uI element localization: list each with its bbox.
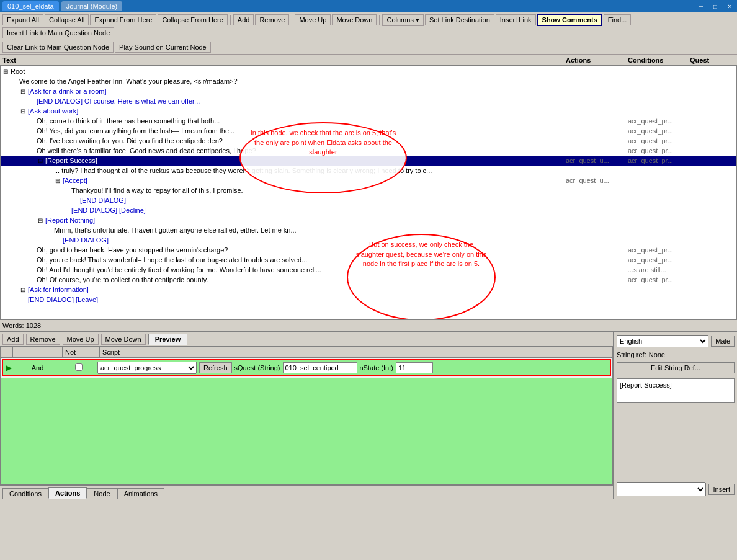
tree-cell-text: [END DIALOG] [1,197,563,204]
expand-icon[interactable]: ⊟ [3,68,9,75]
tree-row[interactable]: ⊟[Report Nothing] [1,215,736,225]
node-text: [Report Nothing] [45,216,95,224]
bottom-remove-button[interactable]: Remove [26,334,60,345]
node-text: [END DIALOG] [63,236,109,244]
move-up-button[interactable]: Move Up [295,14,331,25]
expand-icon[interactable]: ⊟ [20,88,27,95]
tree-cell-text: [END DIALOG] [1,236,563,244]
tree-row[interactable]: Welcome to the Angel Feather Inn. What's… [1,76,736,86]
show-comments-button[interactable]: Show Comments [537,14,602,26]
tree-row[interactable]: ⊟[Report Success]acr_quest_u...acr_quest… [1,156,736,166]
bottom-move-down-button[interactable]: Move Down [101,334,146,345]
squest-input[interactable] [283,362,357,373]
tab-animations[interactable]: Animations [117,488,164,499]
edit-string-ref-button[interactable]: Edit String Ref... [617,362,735,373]
tree-cell-text: Thankyou! I'll find a way to repay for a… [1,187,563,194]
nstate-input[interactable] [396,362,433,373]
minimize-button[interactable]: ─ [697,2,706,11]
move-down-button[interactable]: Move Down [332,14,377,25]
node-text: [Ask about work] [28,107,78,115]
tree-row[interactable]: ⊟[Ask for a drink or a room] [1,86,736,96]
tree-row[interactable]: [END DIALOG] Of course. Here is what we … [1,96,736,106]
tree-row[interactable]: Oh, I've been waiting for you. Did you f… [1,136,736,146]
tree-cell-text: ⊟[Ask about work] [1,107,563,115]
set-link-button[interactable]: Set Link Destination [425,14,494,25]
expand-all-button[interactable]: Expand All [2,14,43,25]
tree-row[interactable]: Mmm, that's unfortunate. I haven't gotte… [1,225,736,235]
close-button[interactable]: ✕ [725,2,735,11]
expand-icon[interactable]: ⊟ [38,158,44,164]
not-checkbox[interactable] [75,363,83,371]
cond-cell-script: acr_quest_progress Refresh sQuest (Strin… [96,360,610,375]
node-text: [Accept] [63,177,87,184]
tree-row[interactable]: Oh, good to hear back. Have you stopped … [1,245,736,255]
tree-row[interactable]: Oh, you're back! That's wonderful– I hop… [1,255,736,265]
col-header-text: Text [0,56,563,64]
tree-cell-text: ⊟[Ask for information] [1,286,563,293]
tree-row[interactable]: [END DIALOG] [1,195,736,205]
node-text: Oh! And I'd thought you'd be entirely ti… [37,266,321,273]
tab-010-sel-eldata[interactable]: 010_sel_eldata [2,1,59,11]
node-text: Oh, I've been waiting for you. Did you f… [37,137,223,144]
tree-row[interactable]: Oh! And I'd thought you'd be entirely ti… [1,265,736,275]
bottom-move-up-button[interactable]: Move Up [63,334,99,345]
tab-actions[interactable]: Actions [48,487,87,499]
tree-row[interactable]: [END DIALOG] [Leave] [1,295,736,304]
expand-icon[interactable]: ⊟ [20,287,27,293]
collapse-from-button[interactable]: Collapse From Here [158,14,227,25]
tree-row[interactable]: [END DIALOG] [1,235,736,245]
title-bar: 010_sel_eldata Journal (Module) ─ □ ✕ [0,0,737,12]
tree-cell-text: Oh well there's a familiar face. Good ne… [1,147,563,154]
words-bar: Words: 1028 [0,320,737,331]
insert-link-main-button[interactable]: Insert Link to Main Question Node [2,27,114,38]
tree-cell-text: Mmm, that's unfortunate. I haven't gotte… [1,226,563,234]
collapse-all-button[interactable]: Collapse All [45,14,89,25]
columns-button[interactable]: Columns ▾ [382,14,423,26]
remove-button[interactable]: Remove [255,14,289,25]
tree-content[interactable]: ⊟RootWelcome to the Angel Feather Inn. W… [1,66,736,308]
expand-from-button[interactable]: Expand From Here [90,14,156,25]
tree-row[interactable]: Oh! Of course, you're to collect on that… [1,275,736,285]
tree-cell-conditions: ...s are still... [625,266,687,273]
expand-icon[interactable]: ⊟ [20,108,27,115]
tab-node[interactable]: Node [87,488,117,499]
clear-link-button[interactable]: Clear Link to Main Question Node [2,42,114,53]
preview-text: [Report Success] [617,378,735,403]
expand-icon[interactable]: ⊟ [55,177,61,184]
tree-row[interactable]: ⊟Root [1,66,736,76]
language-select[interactable]: English [617,335,708,347]
add-button[interactable]: Add [233,14,254,25]
tree-row[interactable]: ⊟[Ask for information] [1,285,736,295]
script-select[interactable]: acr_quest_progress [97,362,197,374]
find-button[interactable]: Find... [604,14,632,25]
tree-row[interactable]: ⊟[Ask about work] [1,106,736,116]
tree-cell-text: [END DIALOG] [Decline] [1,207,563,214]
tree-row[interactable]: Oh, come to think of it, there has been … [1,116,736,126]
insert-button[interactable]: Insert [708,484,735,495]
tree-row[interactable]: ⊟[Accept]acr_quest_u... [1,176,736,185]
insert-link-button[interactable]: Insert Link [496,14,536,25]
bottom-add-button[interactable]: Add [2,334,24,345]
tab-journal[interactable]: Journal (Module) [61,1,123,11]
tree-row[interactable]: [END DIALOG] [Decline] [1,205,736,215]
expand-icon[interactable]: ⊟ [38,217,44,224]
preview-tab[interactable]: Preview [148,334,188,345]
refresh-button[interactable]: Refresh [199,362,232,373]
play-sound-button[interactable]: Play Sound on Current Node [115,42,211,53]
tree-cell-conditions: acr_quest_pr... [625,157,687,164]
maximize-button[interactable]: □ [711,2,720,11]
tab-conditions[interactable]: Conditions [2,488,48,499]
tree-row[interactable]: Thankyou! I'll find a way to repay for a… [1,185,736,195]
node-text: Oh well there's a familiar face. Good ne… [37,147,256,154]
male-button[interactable]: Male [711,336,735,347]
node-text: Oh! Yes, did you learn anything from the… [37,127,234,135]
title-tabs: 010_sel_eldata Journal (Module) [2,1,122,11]
separator1 [230,15,231,25]
tree-row[interactable]: Oh! Yes, did you learn anything from the… [1,126,736,136]
tree-row[interactable]: ... truly? I had thought all of the ruck… [1,166,736,176]
node-text: [END DIALOG] [Leave] [28,296,98,303]
node-text: [Ask for information] [28,286,89,293]
insert-dropdown[interactable] [617,482,706,496]
tree-cell-text: [END DIALOG] Of course. Here is what we … [1,97,563,105]
tree-row[interactable]: Oh well there's a familiar face. Good ne… [1,146,736,156]
